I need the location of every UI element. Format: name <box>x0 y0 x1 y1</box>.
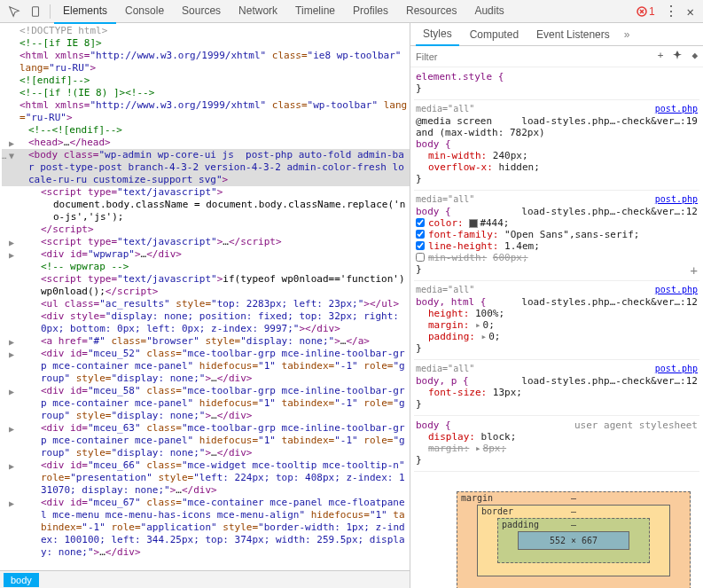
styles-filter-row: + ◆ <box>410 46 703 67</box>
error-count[interactable]: 1 <box>637 5 655 18</box>
rule-body-p[interactable]: media="all"post.php body, p {load-styles… <box>414 362 699 416</box>
pin-icon[interactable] <box>672 50 683 63</box>
sidebar-tabs: Styles Computed Event Listeners » <box>410 23 703 46</box>
html-node[interactable]: <html xmlns="http://www.w3.org/1999/xhtm… <box>2 99 410 124</box>
bm-margin-label: margin <box>461 493 493 503</box>
source-link[interactable]: post.php <box>655 104 698 114</box>
div-mceu67-node[interactable]: ▶<div id="mceu_67" class="mce-container … <box>2 497 410 559</box>
prop-toggle[interactable] <box>416 218 425 227</box>
tab-timeline[interactable]: Timeline <box>286 0 344 24</box>
script-node[interactable]: ▶<script type="text/javascript">…</scrip… <box>2 236 410 248</box>
script-wponload-node[interactable]: <script type="text/javascript">if(typeof… <box>2 273 410 298</box>
tab-resources[interactable]: Resources <box>397 0 465 24</box>
div-mceu66-node[interactable]: ▶<div id="mceu_66" class="mce-widget mce… <box>2 459 410 497</box>
dom-tree-panel[interactable]: <!DOCTYPE html> <!--[if IE 8]> <html xml… <box>0 23 410 588</box>
expand-icon[interactable]: ▶ <box>9 423 14 435</box>
comment-node[interactable]: <![endif]--> <box>20 74 90 86</box>
subtab-styles[interactable]: Styles <box>416 23 459 46</box>
bm-border-label: border <box>481 506 513 516</box>
tab-network[interactable]: Network <box>230 0 286 24</box>
color-swatch-icon[interactable] <box>469 219 478 228</box>
expand-icon[interactable]: ▶ <box>9 237 14 249</box>
svg-rect-0 <box>33 6 39 16</box>
inspect-element-icon[interactable] <box>7 4 21 19</box>
subtab-computed[interactable]: Computed <box>463 24 526 45</box>
collapse-icon[interactable]: ▼ <box>9 150 14 162</box>
text-node[interactable]: document.body.className = document.body.… <box>53 199 405 223</box>
expand-shorthand-icon[interactable]: ▸ <box>475 319 481 331</box>
prop-toggle[interactable] <box>416 241 425 250</box>
tab-console[interactable]: Console <box>116 0 173 24</box>
breadcrumb-body[interactable]: body <box>4 573 39 587</box>
bm-margin-top: – <box>571 493 576 503</box>
box-model-widget[interactable]: margin – border – padding – 552 × 667 <box>414 474 699 588</box>
user-agent-label: user agent stylesheet <box>574 419 698 431</box>
ul-acresults-node[interactable]: <ul class="ac_results" style="top: 2283p… <box>2 298 410 310</box>
source-link[interactable]: post.php <box>655 364 698 373</box>
div-wpwrap-node[interactable]: ▶<div id="wpwrap">…</div> <box>2 248 410 261</box>
a-browser-node[interactable]: ▶<a href="#" class="browser" style="disp… <box>2 335 410 348</box>
expand-icon[interactable]: ▶ <box>9 137 14 150</box>
expand-icon[interactable]: ▶ <box>9 498 14 510</box>
expand-icon[interactable]: ▶ <box>9 386 14 398</box>
script-node[interactable]: <script type="text/javascript"> <box>2 186 410 199</box>
close-devtools-icon[interactable]: ✕ <box>687 4 694 19</box>
element-states-icon[interactable]: ◆ <box>691 50 698 63</box>
source-link[interactable]: load-styles.php…-check&ver…:12 <box>521 206 698 217</box>
device-mode-icon[interactable] <box>28 4 43 19</box>
add-property-icon[interactable]: + <box>691 263 698 278</box>
html-node-ie8[interactable]: <html xmlns="http://www.w3.org/1999/xhtm… <box>2 50 410 74</box>
source-link[interactable]: load-styles.php…-check&ver…:12 <box>521 375 698 387</box>
comment-node[interactable]: <!--<![endif]--> <box>28 124 122 136</box>
rule-element-style[interactable]: element.style { } <box>414 69 699 100</box>
more-menu-icon[interactable]: ⋮ <box>664 3 678 20</box>
source-link[interactable]: load-styles.php…-check&ver…:19 <box>521 115 698 127</box>
bm-padding-top: – <box>571 520 576 529</box>
comment-node[interactable]: <!-- wpwrap --> <box>41 261 129 272</box>
main-split: <!DOCTYPE html> <!--[if IE 8]> <html xml… <box>0 23 703 588</box>
devtools-toolbar: Elements Console Sources Network Timelin… <box>0 0 703 23</box>
source-link[interactable]: load-styles.php…-check&ver…:12 <box>521 296 698 308</box>
doctype-node[interactable]: <!DOCTYPE html> <box>20 25 107 36</box>
bm-border-top: – <box>571 506 576 516</box>
bm-padding-label: padding <box>502 520 539 529</box>
subtab-event-listeners[interactable]: Event Listeners <box>529 24 617 45</box>
expand-icon[interactable]: ▶ <box>9 460 14 473</box>
breadcrumb-bar: body <box>0 570 410 588</box>
more-tabs-icon[interactable]: » <box>624 28 630 41</box>
expand-icon[interactable]: ▶ <box>9 249 14 262</box>
head-node[interactable]: ▶<head>…</head> <box>2 137 410 149</box>
comment-node[interactable]: <!--[if IE 8]> <box>20 37 102 49</box>
source-link[interactable]: post.php <box>655 194 698 204</box>
div-mceu52-node[interactable]: ▶<div id="mceu_52" class="mce-toolbar-gr… <box>2 348 410 385</box>
expand-icon[interactable]: ▶ <box>9 349 14 361</box>
div-mceu63-node[interactable]: ▶<div id="mceu_63" class="mce-toolbar-gr… <box>2 422 410 459</box>
rule-media-782[interactable]: media="all"post.php @media screen load-s… <box>414 102 699 191</box>
toolbar-separator <box>50 4 51 19</box>
tab-elements[interactable]: Elements <box>54 0 116 24</box>
prop-toggle[interactable] <box>416 253 425 262</box>
selected-marker-icon: … <box>2 150 6 162</box>
new-style-rule-icon[interactable]: + <box>658 50 664 63</box>
rule-body-html[interactable]: media="all"post.php body, html {load-sty… <box>414 283 699 360</box>
tab-sources[interactable]: Sources <box>173 0 230 24</box>
script-close[interactable]: </script> <box>41 223 94 235</box>
div-mceu58-node[interactable]: ▶<div id="mceu_58" class="mce-toolbar-gr… <box>2 385 410 422</box>
bm-content-size: 552 × 667 <box>518 531 629 550</box>
expand-shorthand-icon[interactable]: ▸ <box>481 331 488 342</box>
styles-sidebar: Styles Computed Event Listeners » + ◆ el… <box>410 23 703 588</box>
panel-tabs: Elements Console Sources Network Timelin… <box>54 0 637 24</box>
styles-filter-input[interactable] <box>416 51 658 62</box>
tab-profiles[interactable]: Profiles <box>344 0 397 24</box>
tab-audits[interactable]: Audits <box>465 0 512 24</box>
comment-node[interactable]: <!--[if !(IE 8) ]><!--> <box>20 87 154 98</box>
div-overlay-node[interactable]: <div style="display: none; position: fix… <box>2 310 410 335</box>
expand-shorthand-icon[interactable]: ▸ <box>475 443 481 454</box>
rule-user-agent[interactable]: body {user agent stylesheet display: blo… <box>414 418 699 472</box>
styles-rules-list[interactable]: element.style { } media="all"post.php @m… <box>410 67 703 588</box>
rule-body-main[interactable]: media="all"post.php body {load-styles.ph… <box>414 192 699 281</box>
source-link[interactable]: post.php <box>655 285 698 294</box>
body-node-selected[interactable]: …▼<body class="wp-admin wp-core-ui js po… <box>2 149 410 186</box>
prop-toggle[interactable] <box>416 230 425 239</box>
expand-icon[interactable]: ▶ <box>9 336 14 349</box>
